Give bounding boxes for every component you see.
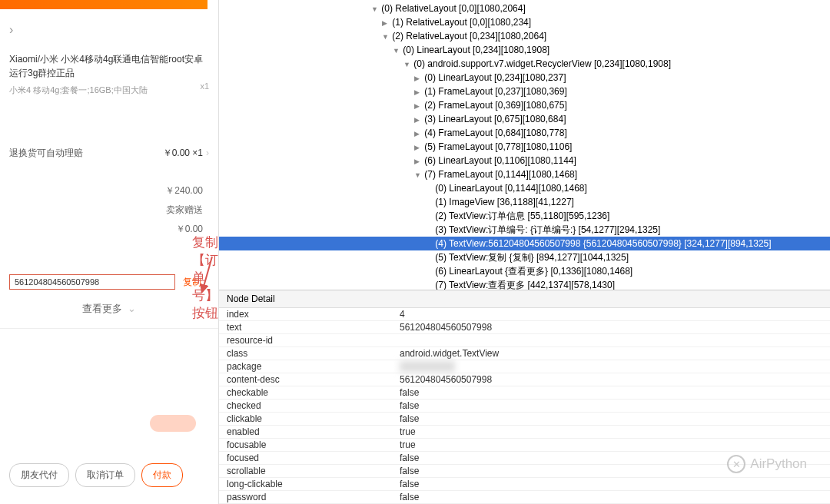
svg-line-0: [202, 257, 212, 292]
tree-node[interactable]: (4) TextView:561204804560507998 {5612048…: [219, 237, 830, 250]
tree-node[interactable]: (1) RelativeLayout [0,0][1080,234]: [219, 15, 830, 29]
product-qty: x1: [200, 81, 209, 96]
product-spec: 小米4 移动4g;套餐一;16GB;中国大陆: [9, 85, 148, 96]
detail-row: long-clickablefalse: [219, 478, 830, 491]
detail-row: checkablefalse: [219, 386, 830, 400]
refund-row[interactable]: 退换货可自动理赔 ￥0.00 ×1›: [0, 141, 218, 166]
tree-node-label: (5) TextView:复制 {复制} [894,1277][1044,132…: [433, 252, 629, 263]
tree-node-label: (0) LinearLayout [0,234][1080,1908]: [400, 45, 549, 55]
detail-key: text: [219, 321, 392, 334]
tree-toggle-icon[interactable]: [403, 57, 411, 71]
order-number-row: 561204804560507998 复制: [0, 270, 218, 294]
detail-value: xxxxxxxxxxxx: [392, 360, 830, 373]
tree-node[interactable]: (2) TextView:订单信息 [55,1180][595,1236]: [219, 209, 830, 223]
detail-value: true: [392, 439, 830, 452]
tree-node-label: (6) LinearLayout [0,1106][1080,1144]: [422, 155, 576, 166]
watermark: ✕ AirPython: [727, 455, 807, 473]
tree-toggle-icon[interactable]: [371, 2, 379, 15]
detail-row: checkedfalse: [219, 400, 830, 413]
tree-toggle-icon[interactable]: [382, 15, 390, 29]
detail-key: index: [219, 308, 392, 321]
detail-value: 561204804560507998: [392, 321, 830, 334]
tree-node[interactable]: (5) TextView:复制 {复制} [894,1277][1044,132…: [219, 250, 830, 264]
cancel-order-button[interactable]: 取消订单: [75, 463, 135, 487]
tree-node-label: (6) LinearLayout {查看更多} [0,1336][1080,14…: [433, 266, 632, 277]
tree-toggle-icon[interactable]: [414, 167, 422, 181]
tree-node[interactable]: (7) FrameLayout [0,1144][1080,1468]: [219, 167, 830, 181]
detail-key: focused: [219, 452, 392, 465]
tree-toggle-icon[interactable]: [382, 29, 390, 43]
tree-node-label: (2) FrameLayout [0,369][1080,675]: [422, 100, 567, 111]
tree-node[interactable]: (0) android.support.v7.widget.RecyclerVi…: [219, 57, 830, 71]
detail-row: index4: [219, 308, 830, 321]
tree-node-label: (5) FrameLayout [0,778][1080,1106]: [422, 141, 572, 152]
wechat-icon: ✕: [727, 455, 745, 473]
total-amount: ￥240.00: [165, 184, 203, 197]
detail-row: focusabletrue: [219, 439, 830, 452]
detail-key: package: [219, 360, 392, 373]
tree-node[interactable]: (6) LinearLayout {查看更多} [0,1336][1080,14…: [219, 264, 830, 278]
hierarchy-tree[interactable]: (0) RelativeLayout [0,0][1080,2064] (1) …: [219, 0, 830, 290]
detail-key: long-clickable: [219, 478, 392, 491]
tree-node[interactable]: (2) FrameLayout [0,369][1080,675]: [219, 98, 830, 112]
detail-row: packagexxxxxxxxxxxx: [219, 360, 830, 373]
tree-toggle-icon[interactable]: [414, 140, 422, 154]
detail-row: clickablefalse: [219, 413, 830, 426]
mobile-screenshot: › Xiaomi/小米 小米4移动4g联通电信智能root安卓运行3g群控正品 …: [0, 0, 219, 504]
tree-node-label: (4) TextView:561204804560507998 {5612048…: [433, 238, 772, 249]
tree-node-label: (0) android.support.v7.widget.RecyclerVi…: [411, 58, 671, 69]
tree-node-label: (0) RelativeLayout [0,0][1080,2064]: [379, 3, 526, 14]
node-detail-table: index4text561204804560507998resource-idc…: [219, 308, 830, 504]
tree-toggle-icon[interactable]: [414, 71, 422, 85]
view-more-button[interactable]: 查看更多 ⌄: [0, 294, 218, 323]
tree-toggle-icon[interactable]: [414, 112, 422, 126]
back-icon[interactable]: ›: [9, 23, 13, 37]
detail-value: false: [392, 478, 830, 491]
action-bar: 朋友代付 取消订单 付款: [0, 457, 208, 493]
tree-toggle-icon[interactable]: [414, 126, 422, 140]
tree-node[interactable]: (3) LinearLayout [0,675][1080,684]: [219, 112, 830, 126]
detail-row: classandroid.widget.TextView: [219, 347, 830, 360]
tree-node[interactable]: (0) RelativeLayout [0,0][1080,2064]: [219, 2, 830, 15]
tree-node[interactable]: (3) TextView:订单编号: {订单编号:} [54,1277][294…: [219, 223, 830, 237]
tree-node-label: (7) TextView:查看更多 [442,1374][578,1430]: [433, 280, 615, 290]
pay-button[interactable]: 付款: [141, 463, 183, 487]
tree-toggle-icon[interactable]: [393, 43, 400, 57]
tree-node[interactable]: (1) FrameLayout [0,237][1080,369]: [219, 85, 830, 98]
detail-key: clickable: [219, 413, 392, 426]
annotation-arrow-icon: [198, 255, 221, 297]
detail-row: enabledtrue: [219, 426, 830, 439]
tree-node-label: (2) RelativeLayout [0,234][1080,2064]: [390, 31, 546, 41]
detail-row: text561204804560507998: [219, 321, 830, 334]
tree-node[interactable]: (2) RelativeLayout [0,234][1080,2064]: [219, 29, 830, 43]
tree-toggle-icon[interactable]: [414, 98, 422, 112]
detail-key: password: [219, 491, 392, 504]
tree-node-label: (0) LinearLayout [0,234][1080,237]: [422, 72, 566, 83]
detail-value: false: [392, 413, 830, 426]
detail-key: checked: [219, 400, 392, 413]
tree-toggle-icon[interactable]: [414, 85, 422, 98]
tree-node[interactable]: (1) ImageView [36,1188][41,1227]: [219, 195, 830, 209]
detail-value: 561204804560507998: [392, 373, 830, 386]
order-number-value: 561204804560507998: [9, 274, 175, 290]
detail-key: class: [219, 347, 392, 360]
detail-key: scrollable: [219, 465, 392, 478]
detail-value: false: [392, 491, 830, 504]
seller-gift-label: 卖家赠送: [166, 204, 203, 217]
friend-pay-button[interactable]: 朋友代付: [9, 463, 69, 487]
tree-node[interactable]: (7) TextView:查看更多 [442,1374][578,1430]: [219, 278, 830, 290]
tree-node-label: (0) LinearLayout [0,1144][1080,1468]: [433, 183, 587, 194]
detail-key: enabled: [219, 426, 392, 439]
product-block: Xiaomi/小米 小米4移动4g联通电信智能root安卓运行3g群控正品 小米…: [0, 46, 218, 102]
tree-toggle-icon[interactable]: [414, 154, 422, 167]
tree-node-label: (7) FrameLayout [0,1144][1080,1468]: [422, 169, 577, 180]
tree-node[interactable]: (0) LinearLayout [0,234][1080,237]: [219, 71, 830, 85]
tree-node[interactable]: (0) LinearLayout [0,234][1080,1908]: [219, 43, 830, 57]
tree-node[interactable]: (0) LinearLayout [0,1144][1080,1468]: [219, 181, 830, 195]
tree-node[interactable]: (5) FrameLayout [0,778][1080,1106]: [219, 140, 830, 154]
tree-node[interactable]: (6) LinearLayout [0,1106][1080,1144]: [219, 154, 830, 167]
tree-node-label: (1) ImageView [36,1188][41,1227]: [433, 197, 574, 207]
tree-node[interactable]: (4) FrameLayout [0,684][1080,778]: [219, 126, 830, 140]
detail-value: [392, 334, 830, 347]
chevron-down-icon: ⌄: [128, 303, 136, 314]
